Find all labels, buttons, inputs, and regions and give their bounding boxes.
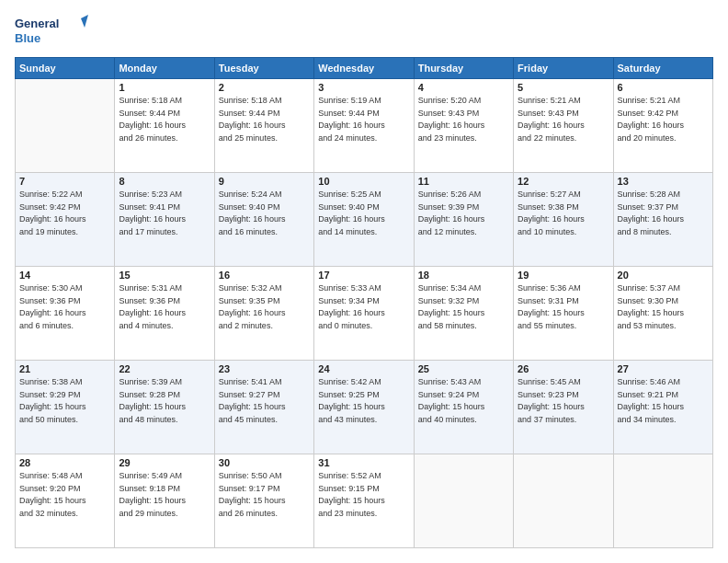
page: General Blue SundayMondayTuesdayWednesda… [0, 0, 728, 563]
calendar-cell: 28Sunrise: 5:48 AMSunset: 9:20 PMDayligh… [16, 454, 115, 548]
day-number: 24 [318, 363, 409, 374]
calendar-cell: 16Sunrise: 5:32 AMSunset: 9:35 PMDayligh… [214, 267, 313, 361]
weekday-header-saturday: Saturday [613, 58, 712, 79]
calendar-cell: 20Sunrise: 5:37 AMSunset: 9:30 PMDayligh… [613, 267, 712, 361]
day-info: Sunrise: 5:34 AMSunset: 9:32 PMDaylight:… [418, 282, 509, 332]
weekday-header-sunday: Sunday [16, 58, 115, 79]
day-info: Sunrise: 5:28 AMSunset: 9:37 PMDaylight:… [618, 189, 709, 238]
day-info: Sunrise: 5:38 AMSunset: 9:29 PMDaylight:… [19, 376, 110, 426]
day-number: 19 [518, 270, 609, 281]
calendar-cell: 3Sunrise: 5:19 AMSunset: 9:44 PMDaylight… [314, 79, 414, 173]
day-number: 8 [119, 176, 210, 187]
calendar-cell: 21Sunrise: 5:38 AMSunset: 9:29 PMDayligh… [16, 361, 115, 454]
day-info: Sunrise: 5:45 AMSunset: 9:23 PMDaylight:… [518, 376, 609, 426]
week-row-2: 7Sunrise: 5:22 AMSunset: 9:42 PMDaylight… [16, 173, 713, 267]
calendar-cell: 24Sunrise: 5:42 AMSunset: 9:25 PMDayligh… [314, 361, 414, 454]
calendar-table: SundayMondayTuesdayWednesdayThursdayFrid… [15, 57, 713, 548]
calendar-cell: 18Sunrise: 5:34 AMSunset: 9:32 PMDayligh… [414, 267, 513, 361]
weekday-header-row: SundayMondayTuesdayWednesdayThursdayFrid… [16, 58, 713, 79]
calendar-cell: 4Sunrise: 5:20 AMSunset: 9:43 PMDaylight… [414, 79, 513, 173]
week-row-5: 28Sunrise: 5:48 AMSunset: 9:20 PMDayligh… [16, 454, 713, 548]
day-number: 2 [219, 82, 310, 93]
day-number: 26 [518, 363, 609, 374]
day-info: Sunrise: 5:43 AMSunset: 9:24 PMDaylight:… [418, 376, 509, 426]
header: General Blue [15, 15, 713, 48]
day-number: 22 [119, 363, 210, 374]
day-info: Sunrise: 5:24 AMSunset: 9:40 PMDaylight:… [219, 189, 310, 238]
day-number: 11 [418, 176, 509, 187]
week-row-4: 21Sunrise: 5:38 AMSunset: 9:29 PMDayligh… [16, 361, 713, 454]
day-info: Sunrise: 5:49 AMSunset: 9:18 PMDaylight:… [119, 470, 210, 520]
day-info: Sunrise: 5:36 AMSunset: 9:31 PMDaylight:… [518, 282, 609, 332]
day-info: Sunrise: 5:33 AMSunset: 9:34 PMDaylight:… [318, 282, 409, 332]
day-number: 20 [618, 270, 709, 281]
weekday-header-friday: Friday [514, 58, 613, 79]
logo: General Blue [15, 15, 88, 48]
day-number: 3 [318, 82, 409, 93]
calendar-cell: 1Sunrise: 5:18 AMSunset: 9:44 PMDaylight… [115, 79, 214, 173]
day-info: Sunrise: 5:18 AMSunset: 9:44 PMDaylight:… [119, 95, 210, 144]
day-info: Sunrise: 5:39 AMSunset: 9:28 PMDaylight:… [119, 376, 210, 426]
weekday-header-tuesday: Tuesday [214, 58, 313, 79]
calendar-cell: 19Sunrise: 5:36 AMSunset: 9:31 PMDayligh… [514, 267, 613, 361]
day-number: 21 [19, 363, 110, 374]
calendar-cell: 11Sunrise: 5:26 AMSunset: 9:39 PMDayligh… [414, 173, 513, 267]
calendar-cell: 29Sunrise: 5:49 AMSunset: 9:18 PMDayligh… [115, 454, 214, 548]
calendar-cell: 22Sunrise: 5:39 AMSunset: 9:28 PMDayligh… [115, 361, 214, 454]
calendar-cell [613, 454, 712, 548]
day-info: Sunrise: 5:46 AMSunset: 9:21 PMDaylight:… [618, 376, 709, 426]
day-number: 30 [219, 457, 310, 468]
calendar-cell: 27Sunrise: 5:46 AMSunset: 9:21 PMDayligh… [613, 361, 712, 454]
day-number: 9 [219, 176, 310, 187]
day-number: 4 [418, 82, 509, 93]
calendar-cell: 23Sunrise: 5:41 AMSunset: 9:27 PMDayligh… [214, 361, 313, 454]
weekday-header-monday: Monday [115, 58, 214, 79]
calendar-cell: 15Sunrise: 5:31 AMSunset: 9:36 PMDayligh… [115, 267, 214, 361]
day-info: Sunrise: 5:18 AMSunset: 9:44 PMDaylight:… [219, 95, 310, 144]
calendar-cell: 26Sunrise: 5:45 AMSunset: 9:23 PMDayligh… [514, 361, 613, 454]
day-number: 18 [418, 270, 509, 281]
weekday-header-thursday: Thursday [414, 58, 513, 79]
weekday-header-wednesday: Wednesday [314, 58, 414, 79]
calendar-cell: 14Sunrise: 5:30 AMSunset: 9:36 PMDayligh… [16, 267, 115, 361]
day-number: 14 [19, 270, 110, 281]
day-number: 1 [119, 82, 210, 93]
calendar-cell: 5Sunrise: 5:21 AMSunset: 9:43 PMDaylight… [514, 79, 613, 173]
day-info: Sunrise: 5:42 AMSunset: 9:25 PMDaylight:… [318, 376, 409, 426]
calendar-cell [514, 454, 613, 548]
svg-text:Blue: Blue [15, 31, 40, 45]
day-number: 10 [318, 176, 409, 187]
logo-icon: General Blue [15, 15, 88, 48]
day-info: Sunrise: 5:52 AMSunset: 9:15 PMDaylight:… [318, 470, 409, 520]
day-info: Sunrise: 5:31 AMSunset: 9:36 PMDaylight:… [119, 282, 210, 332]
calendar-cell: 6Sunrise: 5:21 AMSunset: 9:42 PMDaylight… [613, 79, 712, 173]
day-number: 16 [219, 270, 310, 281]
svg-text:General: General [15, 17, 59, 30]
calendar-cell: 9Sunrise: 5:24 AMSunset: 9:40 PMDaylight… [214, 173, 313, 267]
day-info: Sunrise: 5:19 AMSunset: 9:44 PMDaylight:… [318, 95, 409, 144]
week-row-1: 1Sunrise: 5:18 AMSunset: 9:44 PMDaylight… [16, 79, 713, 173]
day-number: 13 [618, 176, 709, 187]
calendar-cell: 7Sunrise: 5:22 AMSunset: 9:42 PMDaylight… [16, 173, 115, 267]
calendar-cell [16, 79, 115, 173]
day-number: 5 [518, 82, 609, 93]
calendar-cell [414, 454, 513, 548]
svg-marker-2 [81, 15, 88, 28]
day-info: Sunrise: 5:27 AMSunset: 9:38 PMDaylight:… [518, 189, 609, 238]
day-number: 6 [618, 82, 709, 93]
day-number: 31 [318, 457, 409, 468]
calendar-cell: 31Sunrise: 5:52 AMSunset: 9:15 PMDayligh… [314, 454, 414, 548]
day-number: 15 [119, 270, 210, 281]
calendar-cell: 2Sunrise: 5:18 AMSunset: 9:44 PMDaylight… [214, 79, 313, 173]
day-number: 17 [318, 270, 409, 281]
day-number: 23 [219, 363, 310, 374]
day-info: Sunrise: 5:23 AMSunset: 9:41 PMDaylight:… [119, 189, 210, 238]
calendar-cell: 30Sunrise: 5:50 AMSunset: 9:17 PMDayligh… [214, 454, 313, 548]
day-info: Sunrise: 5:20 AMSunset: 9:43 PMDaylight:… [418, 95, 509, 144]
day-info: Sunrise: 5:32 AMSunset: 9:35 PMDaylight:… [219, 282, 310, 332]
calendar-cell: 17Sunrise: 5:33 AMSunset: 9:34 PMDayligh… [314, 267, 414, 361]
day-info: Sunrise: 5:26 AMSunset: 9:39 PMDaylight:… [418, 189, 509, 238]
day-number: 12 [518, 176, 609, 187]
calendar-cell: 13Sunrise: 5:28 AMSunset: 9:37 PMDayligh… [613, 173, 712, 267]
day-number: 27 [618, 363, 709, 374]
